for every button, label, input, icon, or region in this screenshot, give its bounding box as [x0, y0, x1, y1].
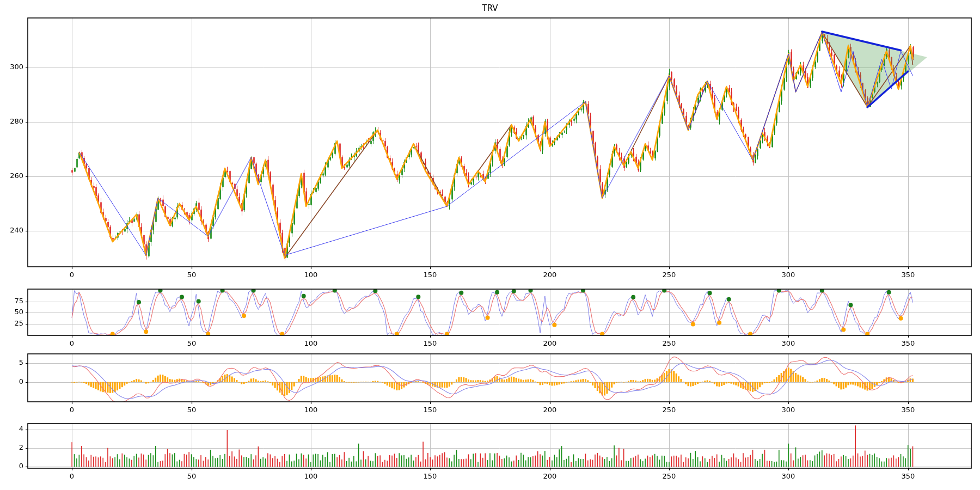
y-tick-label: 2: [5, 443, 23, 451]
x-tick-label: 200: [538, 271, 562, 279]
y-tick-label: 50: [5, 308, 23, 316]
x-tick-label: 0: [60, 406, 84, 414]
x-tick-label: 0: [60, 271, 84, 279]
y-tick-label: 280: [5, 117, 23, 125]
x-tick-label: 150: [418, 271, 442, 279]
x-tick-label: 300: [776, 271, 800, 279]
x-tick-label: 250: [657, 406, 681, 414]
x-tick-label: 250: [657, 472, 681, 480]
chart-title: TRV: [0, 3, 980, 13]
x-tick-label: 250: [657, 271, 681, 279]
x-tick-label: 200: [538, 339, 562, 347]
x-tick-label: 150: [418, 406, 442, 414]
y-tick-label: 0: [5, 377, 23, 385]
y-tick-label: 260: [5, 171, 23, 180]
x-tick-label: 150: [418, 472, 442, 480]
x-tick-label: 200: [538, 406, 562, 414]
x-tick-label: 50: [180, 472, 204, 480]
x-tick-label: 100: [299, 271, 323, 279]
y-tick-label: 240: [5, 226, 23, 234]
x-tick-label: 50: [180, 339, 204, 347]
x-tick-label: 200: [538, 472, 562, 480]
y-tick-label: 4: [5, 425, 23, 433]
x-tick-label: 100: [299, 339, 323, 347]
x-tick-label: 300: [776, 472, 800, 480]
x-tick-label: 100: [299, 406, 323, 414]
chart-canvas: [0, 0, 980, 490]
figure: TRV 240260280300050100150200250300350255…: [0, 0, 980, 490]
x-tick-label: 350: [896, 271, 920, 279]
y-tick-label: 75: [5, 297, 23, 305]
x-tick-label: 0: [60, 472, 84, 480]
x-tick-label: 350: [896, 472, 920, 480]
y-tick-label: 300: [5, 63, 23, 71]
x-tick-label: 300: [776, 339, 800, 347]
x-tick-label: 100: [299, 472, 323, 480]
x-tick-label: 0: [60, 339, 84, 347]
x-tick-label: 150: [418, 339, 442, 347]
x-tick-label: 250: [657, 339, 681, 347]
x-tick-label: 300: [776, 406, 800, 414]
x-tick-label: 350: [896, 406, 920, 414]
x-tick-label: 50: [180, 271, 204, 279]
y-tick-label: 25: [5, 319, 23, 327]
x-tick-label: 350: [896, 339, 920, 347]
x-tick-label: 50: [180, 406, 204, 414]
y-tick-label: 5: [5, 358, 23, 366]
y-tick-label: 0: [5, 462, 23, 470]
